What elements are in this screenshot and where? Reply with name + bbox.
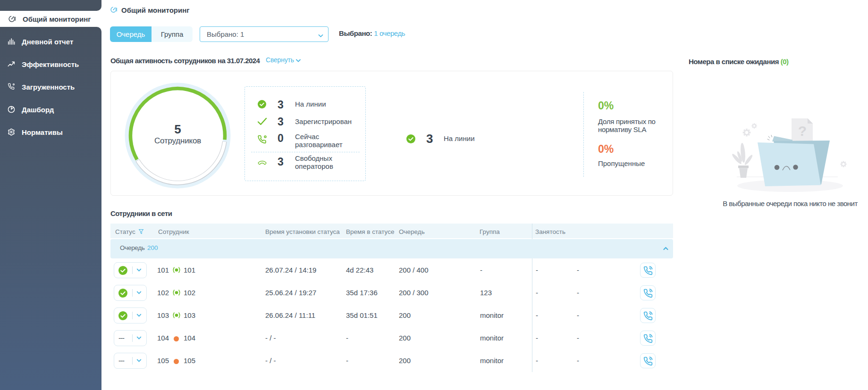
svg-text:?: ? (798, 123, 807, 139)
